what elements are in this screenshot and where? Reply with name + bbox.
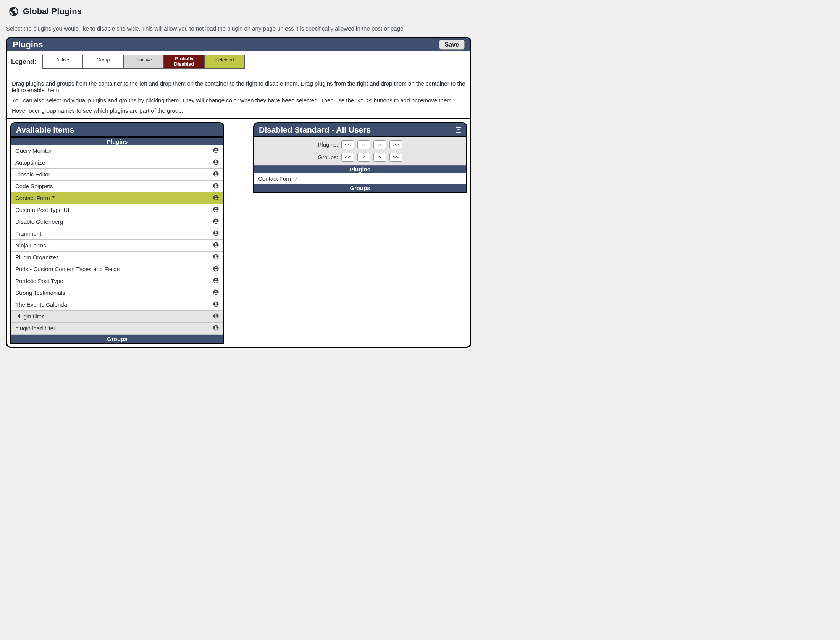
transfer-controls: Plugins: << < > >> Groups: << < > >> xyxy=(254,137,466,165)
plugin-row[interactable]: Plugin Organizer xyxy=(11,252,223,263)
plugin-row[interactable]: Portfolio Post Type xyxy=(11,275,223,287)
instructions-p3: Hover over group names to see which plug… xyxy=(12,107,465,114)
page-intro: Select the plugins you would like to dis… xyxy=(6,25,471,32)
user-icon[interactable] xyxy=(213,265,219,273)
plugin-label: Portfolio Post Type xyxy=(15,278,63,284)
available-list: Query MonitorAutoptimizeClassic EditorCo… xyxy=(11,145,223,335)
legend-active: Active xyxy=(42,55,83,69)
user-icon[interactable] xyxy=(213,147,219,155)
plugin-row[interactable]: Strong Testimonials xyxy=(11,287,223,299)
plugin-row[interactable]: Contact Form 7 xyxy=(11,192,223,204)
plugin-label: Plugin filter xyxy=(15,313,44,320)
plugin-label: Contact Form 7 xyxy=(15,195,55,201)
plugin-label: Plugin Organizer xyxy=(15,254,58,260)
legend-inactive: Inactive xyxy=(123,55,164,69)
plugin-label: Contact Form 7 xyxy=(258,175,297,182)
instructions-p2: You can also select individual plugins a… xyxy=(12,97,465,103)
user-icon[interactable] xyxy=(213,230,219,238)
legend-label: Legend: xyxy=(11,58,36,66)
save-button[interactable]: Save xyxy=(439,40,465,50)
plugin-row[interactable]: The Events Calendar xyxy=(11,299,223,311)
plugins-panel: Plugins Save Legend: Active Group Inacti… xyxy=(6,37,471,348)
groups-move-right-button[interactable]: > xyxy=(373,153,386,162)
user-icon[interactable] xyxy=(213,206,219,214)
plugin-label: Code Snippets xyxy=(15,183,53,189)
page-title: Global Plugins xyxy=(23,6,82,16)
plugin-row[interactable]: Autoptimize xyxy=(11,157,223,169)
plugin-row[interactable]: Query Monitor xyxy=(11,145,223,157)
plugin-row[interactable]: Code Snippets xyxy=(11,181,223,192)
user-icon[interactable] xyxy=(213,218,219,226)
plugin-row[interactable]: Contact Form 7 xyxy=(254,173,466,184)
user-icon[interactable] xyxy=(213,313,219,320)
user-icon[interactable] xyxy=(213,242,219,249)
plugin-label: Autoptimize xyxy=(15,159,45,166)
legend-group: Group xyxy=(83,55,123,69)
user-icon[interactable] xyxy=(213,194,219,202)
user-icon[interactable] xyxy=(213,289,219,297)
plugin-label: Disable Gutenberg xyxy=(15,218,63,225)
available-title: Available Items xyxy=(16,125,74,134)
plugin-label: The Events Calendar xyxy=(15,301,69,308)
plugin-row[interactable]: Classic Editor xyxy=(11,169,223,181)
plugins-move-all-left-button[interactable]: << xyxy=(341,140,354,149)
plugin-label: Frammenti xyxy=(15,230,43,237)
plugin-row[interactable]: plugin load filter xyxy=(11,323,223,335)
plugin-row[interactable]: Plugin filter xyxy=(11,311,223,323)
plugin-row[interactable]: Frammenti xyxy=(11,228,223,240)
legend-disabled: Globally Disabled xyxy=(164,55,204,69)
legend-selected: Selected xyxy=(204,55,245,69)
user-icon[interactable] xyxy=(213,254,219,261)
plugin-row[interactable]: Disable Gutenberg xyxy=(11,216,223,228)
instructions: Drag plugins and groups from the contain… xyxy=(7,76,470,119)
disabled-title: Disabled Standard - All Users xyxy=(259,125,371,134)
collapse-icon[interactable]: − xyxy=(456,127,461,133)
plugin-row[interactable]: Custom Post Type UI xyxy=(11,204,223,216)
groups-move-all-right-button[interactable]: >> xyxy=(389,153,402,162)
disabled-list: Contact Form 7 xyxy=(254,173,466,184)
plugin-label: Query Monitor xyxy=(15,147,52,154)
legend: Active Group Inactive Globally Disabled … xyxy=(42,55,245,69)
groups-transfer-label: Groups: xyxy=(318,154,338,160)
groups-move-all-left-button[interactable]: << xyxy=(341,153,354,162)
instructions-p1: Drag plugins and groups from the contain… xyxy=(12,80,465,93)
disabled-groups-heading: Groups xyxy=(254,184,466,192)
user-icon[interactable] xyxy=(213,277,219,285)
user-icon[interactable] xyxy=(213,183,219,190)
plugin-label: Classic Editor xyxy=(15,171,50,178)
groups-move-left-button[interactable]: < xyxy=(357,153,370,162)
globe-icon xyxy=(8,6,19,17)
available-plugins-heading: Plugins xyxy=(11,137,223,145)
plugin-row[interactable]: Pods - Custom Content Types and Fields xyxy=(11,263,223,275)
plugin-row[interactable]: Ninja Forms xyxy=(11,240,223,252)
user-icon[interactable] xyxy=(213,159,219,166)
panel-title: Plugins xyxy=(13,40,43,50)
plugin-label: Pods - Custom Content Types and Fields xyxy=(15,266,120,272)
user-icon[interactable] xyxy=(213,301,219,309)
user-icon[interactable] xyxy=(213,325,219,332)
user-icon[interactable] xyxy=(213,171,219,178)
disabled-box: Disabled Standard - All Users − Plugins:… xyxy=(253,122,467,193)
available-groups-heading: Groups xyxy=(11,335,223,343)
plugins-transfer-label: Plugins: xyxy=(318,141,338,148)
plugin-label: Custom Post Type UI xyxy=(15,207,69,213)
available-box: Available Items Plugins Query MonitorAut… xyxy=(10,122,224,344)
plugins-move-left-button[interactable]: < xyxy=(357,140,370,149)
disabled-plugins-heading: Plugins xyxy=(254,165,466,173)
plugins-move-right-button[interactable]: > xyxy=(373,140,386,149)
plugin-label: Ninja Forms xyxy=(15,242,46,249)
plugin-label: plugin load filter xyxy=(15,325,55,331)
plugin-label: Strong Testimonials xyxy=(15,289,65,296)
plugins-move-all-right-button[interactable]: >> xyxy=(389,140,402,149)
